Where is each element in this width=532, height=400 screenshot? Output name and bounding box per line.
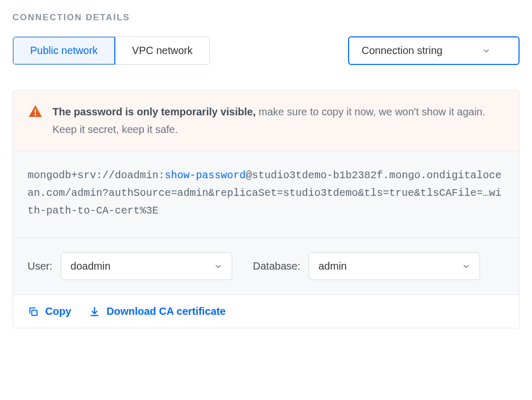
tab-vpc-network[interactable]: VPC network [115, 37, 209, 64]
copy-icon [28, 306, 39, 317]
user-select-value: doadmin [71, 260, 111, 272]
format-select[interactable]: Connection string [348, 36, 520, 65]
svg-rect-2 [32, 310, 37, 315]
svg-rect-1 [35, 109, 36, 113]
database-label: Database: [253, 260, 300, 272]
copy-label: Copy [45, 305, 71, 317]
selectors-row: User: doadmin Database: admin [13, 238, 519, 295]
section-title: CONNECTION DETAILS [12, 12, 520, 23]
warning-icon [28, 104, 43, 119]
download-label: Download CA certificate [107, 305, 225, 317]
warning-text: The password is only temporarily visible… [52, 103, 504, 138]
format-select-value: Connection string [362, 45, 443, 57]
database-select[interactable]: admin [309, 252, 480, 280]
tab-public-network[interactable]: Public network [12, 36, 115, 65]
user-select[interactable]: doadmin [61, 252, 232, 280]
chevron-down-icon [214, 262, 222, 271]
connection-panel: The password is only temporarily visible… [12, 90, 520, 328]
download-icon [89, 306, 100, 317]
connection-string: mongodb+srv://doadmin:show-password@stud… [13, 151, 519, 238]
download-ca-button[interactable]: Download CA certificate [89, 305, 225, 317]
conn-prefix: mongodb+srv://doadmin: [28, 169, 165, 181]
controls-row: Public network VPC network Connection st… [12, 36, 520, 65]
database-select-value: admin [318, 260, 347, 272]
show-password-link[interactable]: show-password [165, 169, 246, 181]
warning-bold: The password is only temporarily visible… [52, 106, 256, 117]
format-select-wrap: Connection string [348, 36, 520, 65]
user-label: User: [28, 260, 52, 272]
chevron-down-icon [462, 262, 470, 271]
svg-point-0 [34, 114, 36, 115]
copy-button[interactable]: Copy [28, 305, 71, 317]
warning-banner: The password is only temporarily visible… [13, 90, 519, 151]
network-tabs: Public network VPC network [12, 36, 210, 65]
actions-row: Copy Download CA certificate [13, 295, 519, 328]
chevron-down-icon [482, 47, 490, 55]
